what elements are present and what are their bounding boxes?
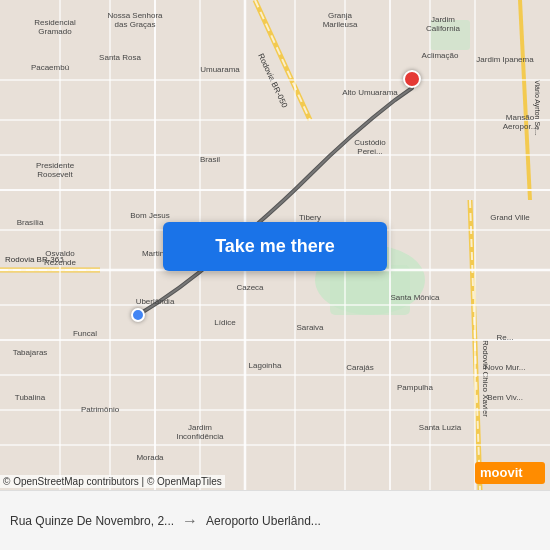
svg-text:das Graças: das Graças — [115, 20, 156, 29]
svg-text:Brasil: Brasil — [200, 155, 220, 164]
svg-text:Pacaembú: Pacaembú — [31, 63, 69, 72]
svg-text:Jardim Ipanema: Jardim Ipanema — [476, 55, 534, 64]
svg-text:Residencial: Residencial — [34, 18, 76, 27]
origin-label: Rua Quinze De Novembro, 2... — [10, 514, 174, 528]
svg-rect-2 — [330, 265, 410, 315]
svg-text:Bom Jesus: Bom Jesus — [130, 211, 170, 220]
svg-text:Rezende: Rezende — [44, 258, 77, 267]
svg-text:Saraiva: Saraiva — [296, 323, 324, 332]
svg-text:Umuarama: Umuarama — [200, 65, 240, 74]
svg-text:Funcal: Funcal — [73, 329, 97, 338]
svg-text:Tabajaras: Tabajaras — [13, 348, 48, 357]
svg-text:Tubalina: Tubalina — [15, 393, 46, 402]
svg-text:Lagoinha: Lagoinha — [249, 361, 282, 370]
svg-text:Bem Viv...: Bem Viv... — [487, 393, 523, 402]
svg-text:Mansão: Mansão — [506, 113, 535, 122]
svg-text:Tibery: Tibery — [299, 213, 321, 222]
svg-text:California: California — [426, 24, 460, 33]
svg-text:Custódio: Custódio — [354, 138, 386, 147]
svg-text:Morada: Morada — [136, 453, 164, 462]
arrow-icon: → — [182, 512, 198, 530]
svg-text:Aeropor...: Aeropor... — [503, 122, 538, 131]
svg-text:Nossa Senhora: Nossa Senhora — [107, 11, 163, 20]
svg-text:Santa Luzia: Santa Luzia — [419, 423, 462, 432]
svg-text:Uberlândia: Uberlândia — [136, 297, 175, 306]
svg-text:Grand Ville: Grand Ville — [490, 213, 530, 222]
svg-text:Jardim: Jardim — [431, 15, 455, 24]
destination-label: Aeroporto Uberlând... — [206, 514, 321, 528]
svg-text:Granja: Granja — [328, 11, 353, 20]
svg-text:Rodovia Chico Xavier: Rodovia Chico Xavier — [481, 340, 490, 417]
bottom-bar: Rua Quinze De Novembro, 2... → Aeroporto… — [0, 490, 550, 550]
map-attribution: © OpenStreetMap contributors | © OpenMap… — [0, 475, 225, 488]
svg-text:Pampulha: Pampulha — [397, 383, 434, 392]
svg-text:Roosevelt: Roosevelt — [37, 170, 73, 179]
svg-text:Novo Mur...: Novo Mur... — [485, 363, 526, 372]
svg-text:Re...: Re... — [497, 333, 514, 342]
origin-marker — [131, 308, 145, 322]
svg-text:Marileusa: Marileusa — [323, 20, 358, 29]
svg-text:Cazeca: Cazeca — [236, 283, 264, 292]
destination-marker — [403, 70, 421, 88]
svg-text:moovit: moovit — [480, 465, 523, 480]
svg-text:Presidente: Presidente — [36, 161, 75, 170]
svg-text:Santa Rosa: Santa Rosa — [99, 53, 141, 62]
svg-text:Brasília: Brasília — [17, 218, 44, 227]
svg-text:Jardim: Jardim — [188, 423, 212, 432]
svg-text:Alto Umuarama: Alto Umuarama — [342, 88, 398, 97]
svg-text:Carajás: Carajás — [346, 363, 374, 372]
svg-text:Lídice: Lídice — [214, 318, 236, 327]
take-me-there-button[interactable]: Take me there — [163, 222, 387, 271]
svg-text:Perei...: Perei... — [357, 147, 382, 156]
svg-text:Patrimônio: Patrimônio — [81, 405, 120, 414]
svg-text:Osvaldo: Osvaldo — [45, 249, 75, 258]
svg-text:Gramado: Gramado — [38, 27, 72, 36]
svg-text:Aclimação: Aclimação — [422, 51, 459, 60]
moovit-logo: moovit — [475, 462, 545, 488]
svg-text:Inconfidência: Inconfidência — [176, 432, 224, 441]
map-container: Rodovia BR-050 Rodovia BR-365 Rodovia Ch… — [0, 0, 550, 490]
svg-text:Santa Mônica: Santa Mônica — [391, 293, 440, 302]
